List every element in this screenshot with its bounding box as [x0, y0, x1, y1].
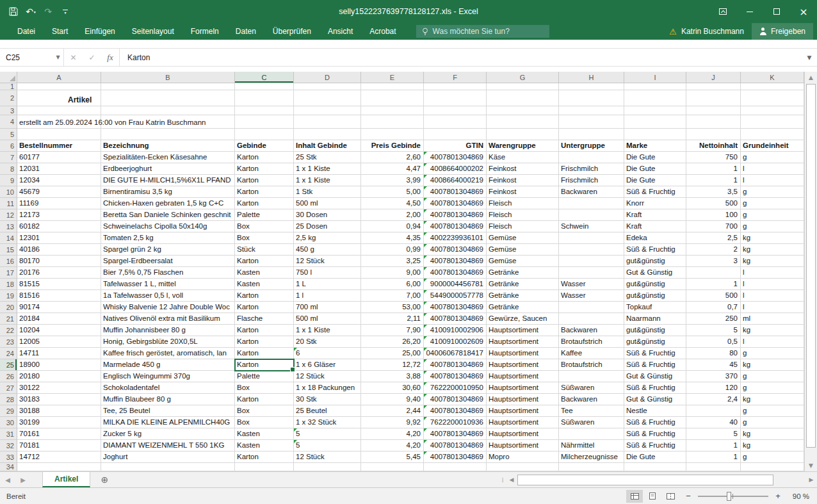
scroll-down-arrow[interactable]: ▼	[805, 460, 817, 471]
cell-K20[interactable]: l	[741, 302, 804, 313]
cell-G27[interactable]: Hauptsortiment	[487, 382, 559, 394]
cell-G12[interactable]: Fleisch	[487, 209, 559, 221]
cell-A30[interactable]: 30199	[17, 417, 101, 428]
cell-C34[interactable]	[235, 463, 294, 471]
cell-C26[interactable]: Palette	[235, 371, 294, 382]
cell-A8[interactable]: 12031	[17, 163, 101, 175]
horizontal-scrollbar[interactable]: ◀ ▶	[506, 472, 817, 487]
cell-I2[interactable]	[624, 90, 686, 106]
row-header-27[interactable]: 27	[0, 382, 17, 394]
cell-C9[interactable]: Karton	[235, 175, 294, 186]
tell-me-search[interactable]: Was möchten Sie tun?	[416, 25, 549, 38]
ribbon-tab-daten[interactable]: Daten	[227, 23, 264, 40]
cell-F8[interactable]: 4008664000202	[424, 163, 487, 175]
scroll-up-arrow[interactable]: ▲	[805, 72, 817, 83]
cell-J16[interactable]: 3	[686, 256, 741, 267]
cell-F31[interactable]: 4007801304869	[424, 428, 487, 440]
cell-C6[interactable]: Gebinde	[235, 140, 294, 152]
cell-J24[interactable]: 80	[686, 348, 741, 359]
ribbon-tab-formeln[interactable]: Formeln	[182, 23, 227, 40]
cell-B6[interactable]: Bezeichnung	[101, 140, 235, 152]
cell-D26[interactable]: 12 Stück	[294, 371, 361, 382]
cell-I24[interactable]: Süß & Fruchtig	[624, 348, 686, 359]
cell-H20[interactable]	[559, 302, 624, 313]
cell-J29[interactable]	[686, 405, 741, 417]
cell-F1[interactable]	[424, 83, 487, 90]
cell-C30[interactable]: Box	[235, 417, 294, 428]
column-header-K[interactable]: K	[741, 72, 804, 83]
cell-I33[interactable]: Die Gute	[624, 451, 686, 463]
cell-D15[interactable]: 450 g	[294, 244, 361, 256]
cell-I19[interactable]: gut&günstig	[624, 290, 686, 302]
cell-B18[interactable]: Tafelwasser 1 L, mittel	[101, 279, 235, 290]
minimize-button[interactable]	[736, 0, 763, 23]
scroll-right-arrow[interactable]: ▶	[807, 472, 816, 488]
cell-H33[interactable]: Milcherzeugnisse	[559, 451, 624, 463]
sheet-nav-right-arrow[interactable]: ▶	[15, 472, 31, 487]
cell-B28[interactable]: Muffin Blaubeer 80 g	[101, 394, 235, 405]
cell-C14[interactable]: Box	[235, 232, 294, 244]
cell-J27[interactable]: 120	[686, 382, 741, 394]
tab-splitter[interactable]: ⁞	[499, 472, 506, 487]
cell-G30[interactable]: Hauptsortiment	[487, 417, 559, 428]
cell-A13[interactable]: 60182	[17, 221, 101, 232]
cell-J23[interactable]: 0,5	[686, 336, 741, 348]
cell-H6[interactable]: Untergruppe	[559, 140, 624, 152]
cell-F9[interactable]: 4008664000219	[424, 175, 487, 186]
row-header-20[interactable]: 20	[0, 302, 17, 313]
ribbon-display-options-button[interactable]	[709, 0, 736, 23]
ribbon-tab-ansicht[interactable]: Ansicht	[320, 23, 361, 40]
cell-H4[interactable]	[559, 115, 624, 129]
cell-E27[interactable]: 30,60	[361, 382, 424, 394]
cell-D18[interactable]: 1 L	[294, 279, 361, 290]
cell-D20[interactable]: 700 ml	[294, 302, 361, 313]
cell-B12[interactable]: Beretta San Daniele Schinken geschnit	[101, 209, 235, 221]
cell-I32[interactable]: Süß & Fruchtig	[624, 440, 686, 451]
cell-A6[interactable]: Bestellnummer	[17, 140, 101, 152]
cell-E30[interactable]: 9,92	[361, 417, 424, 428]
ribbon-tab-acrobat[interactable]: Acrobat	[361, 23, 404, 40]
cell-B11[interactable]: Chicken-Haxen gebraten 1,5 kg C+C	[101, 198, 235, 209]
cell-B3[interactable]	[101, 106, 235, 115]
row-header-12[interactable]: 12	[0, 209, 17, 221]
maximize-button[interactable]	[763, 0, 790, 23]
cell-E14[interactable]: 4,35	[361, 232, 424, 244]
cell-B9[interactable]: DIE GUTE H-MILCH1,5%6X1L PFAND	[101, 175, 235, 186]
cell-E23[interactable]: 26,20	[361, 336, 424, 348]
row-header-9[interactable]: 9	[0, 175, 17, 186]
cell-G34[interactable]	[487, 463, 559, 471]
cell-E17[interactable]: 9,00	[361, 267, 424, 279]
cell-D24[interactable]: 6	[294, 348, 361, 359]
cell-H29[interactable]: Tee	[559, 405, 624, 417]
cell-H18[interactable]: Wasser	[559, 279, 624, 290]
confirm-entry-button[interactable]: ✓	[83, 49, 101, 66]
cell-G28[interactable]: Hauptsortiment	[487, 394, 559, 405]
cell-E20[interactable]: 53,00	[361, 302, 424, 313]
expand-formula-bar-button[interactable]: ▼	[802, 49, 817, 66]
cell-H34[interactable]	[559, 463, 624, 471]
cell-G13[interactable]: Fleisch	[487, 221, 559, 232]
cell-B13[interactable]: Schweinelachs Cipolla 50x140g	[101, 221, 235, 232]
cell-G5[interactable]	[487, 129, 559, 140]
cell-B1[interactable]	[101, 83, 235, 90]
cell-H27[interactable]: Süßwaren	[559, 382, 624, 394]
cell-B5[interactable]	[101, 129, 235, 140]
cell-F2[interactable]	[424, 90, 487, 106]
cell-E21[interactable]: 2,11	[361, 313, 424, 325]
name-box[interactable]: C25	[0, 49, 53, 66]
cell-I21[interactable]: Naarmann	[624, 313, 686, 325]
cell-F3[interactable]	[424, 106, 487, 115]
cell-J10[interactable]: 3,5	[686, 186, 741, 198]
column-header-G[interactable]: G	[487, 72, 559, 83]
cell-E24[interactable]: 25,00	[361, 348, 424, 359]
cell-J12[interactable]: 100	[686, 209, 741, 221]
cell-D10[interactable]: 1 Stk	[294, 186, 361, 198]
cell-I11[interactable]: Knorr	[624, 198, 686, 209]
cell-I3[interactable]	[624, 106, 686, 115]
row-header-28[interactable]: 28	[0, 394, 17, 405]
cell-G32[interactable]: Hauptsortiment	[487, 440, 559, 451]
cell-B27[interactable]: Schokoladentafel	[101, 382, 235, 394]
cell-B33[interactable]: Joghurt	[101, 451, 235, 463]
cell-H19[interactable]: Wasser	[559, 290, 624, 302]
cell-E33[interactable]: 5,45	[361, 451, 424, 463]
